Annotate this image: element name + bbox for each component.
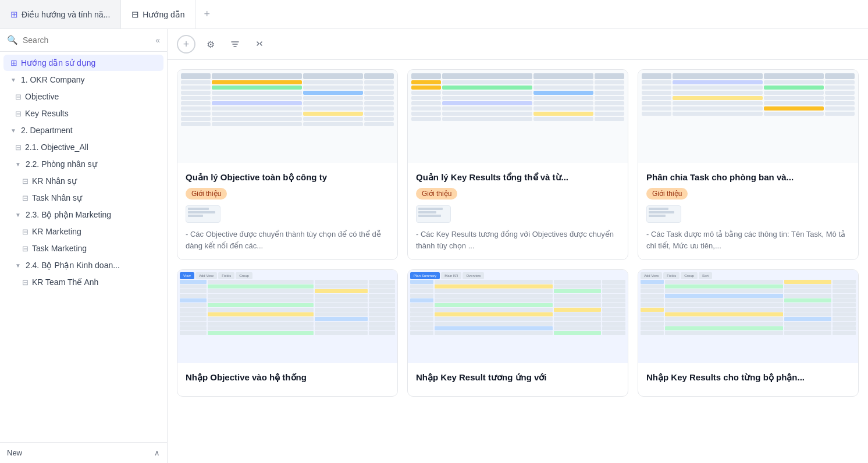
sidebar-item-kr-team-the-anh[interactable]: ⊟ KR Team Thế Anh <box>3 274 163 290</box>
expand-icon[interactable]: ∧ <box>154 448 160 457</box>
card-title-3: Phân chia Task cho phòng ban và... <box>646 171 850 183</box>
card-nhap-kr-bo-phan[interactable]: Add View Fields Group Sort <box>638 269 859 397</box>
sidebar-item-label: Objective <box>25 92 59 101</box>
sidebar-search-container: 🔍 « <box>0 29 167 52</box>
caret-down-icon: ▼ <box>15 262 21 269</box>
card-title-6: Nhập Key Results cho từng bộ phận... <box>646 371 850 383</box>
sidebar-item-label: 1. OKR Company <box>21 75 85 84</box>
sidebar-item-task-nhan-su[interactable]: ⊟ Task Nhân sự <box>3 190 163 206</box>
card-mini-preview-3 <box>646 205 681 223</box>
toolbar: + ⚙ <box>168 29 868 60</box>
card-body-1: Quản lý Objective toàn bộ công ty Giới t… <box>177 163 397 259</box>
search-input[interactable] <box>23 35 151 45</box>
filter-icon <box>230 40 240 49</box>
ss-tab: Fields <box>218 272 234 279</box>
sidebar-item-label: 2. Department <box>21 126 73 135</box>
screenshot-4: View Add View Fields Group <box>177 270 397 363</box>
table-icon: ⊟ <box>131 9 139 20</box>
card-desc-3: - Các Task được mô tả bằng các thông tin… <box>646 229 850 251</box>
sidebar-item-task-marketing[interactable]: ⊟ Task Marketing <box>3 240 163 257</box>
card-badge-3: Giới thiệu <box>646 188 688 200</box>
sidebar-item-label: Task Marketing <box>32 244 87 253</box>
table-icon: ⊟ <box>22 177 29 186</box>
sidebar-item-okr-company[interactable]: ▼ 1. OKR Company <box>3 72 163 88</box>
table-icon: ⊟ <box>15 92 22 101</box>
card-title-4: Nhập Objective vào hệ thống <box>186 371 389 383</box>
sidebar-item-phong-nhan-su[interactable]: ▼ 2.2. Phòng nhân sự <box>3 156 163 172</box>
caret-down-icon: ▼ <box>15 161 21 168</box>
card-badge-1: Giới thiệu <box>186 188 227 200</box>
filter-button[interactable] <box>226 35 244 54</box>
sidebar-nav: ⊞ Hướng dẫn sử dụng ▼ 1. OKR Company ⊟ O… <box>0 52 167 442</box>
card-nhap-objective[interactable]: View Add View Fields Group <box>177 269 398 397</box>
table-icon: ⊟ <box>15 109 22 118</box>
sidebar-item-label: 2.2. Phòng nhân sự <box>26 159 97 169</box>
table-icon: ⊟ <box>22 227 29 236</box>
card-preview-5: Plan Summary Main KR Overview <box>408 270 628 363</box>
sidebar-item-key-results[interactable]: ⊟ Key Results <box>3 105 163 122</box>
sidebar-item-objective-all[interactable]: ⊟ 2.1. Objective_All <box>3 139 163 155</box>
content-area: + ⚙ <box>168 29 868 463</box>
card-body-3: Phân chia Task cho phòng ban và... Giới … <box>638 163 858 259</box>
top-bar: ⊞ Điều hướng và tính nă... ⊟ Hướng dẫn + <box>0 0 868 29</box>
card-title-2: Quản lý Key Results tổng thể và từ... <box>416 171 620 183</box>
new-label[interactable]: New <box>7 448 22 457</box>
sidebar-item-objective[interactable]: ⊟ Objective <box>3 88 163 105</box>
preview-table-1 <box>177 70 397 163</box>
card-preview-2 <box>408 70 628 163</box>
sidebar-item-label: Key Results <box>25 109 69 118</box>
card-key-results[interactable]: Quản lý Key Results tổng thể và từ... Gi… <box>407 69 628 260</box>
card-title-1: Quản lý Objective toàn bộ công ty <box>186 171 389 183</box>
sidebar-item-label: 2.4. Bộ Phận Kinh doan... <box>26 261 120 270</box>
card-gallery: Quản lý Objective toàn bộ công ty Giới t… <box>168 60 868 463</box>
caret-down-icon: ▼ <box>10 77 16 83</box>
sidebar-collapse-button[interactable]: « <box>155 35 160 45</box>
ss-tab: Add View <box>641 272 662 279</box>
tab-huong-dan-label: Hướng dẫn <box>143 10 184 19</box>
sidebar-item-label: Task Nhân sự <box>32 193 82 202</box>
card-preview-4: View Add View Fields Group <box>177 270 397 363</box>
tab-dieu-huong[interactable]: ⊞ Điều hướng và tính nă... <box>0 0 121 29</box>
card-preview-6: Add View Fields Group Sort <box>638 270 858 363</box>
sort-button[interactable] <box>250 35 269 54</box>
caret-down-icon: ▼ <box>15 212 21 218</box>
ss-tab: Fields <box>663 272 680 279</box>
card-mini-preview-2 <box>416 205 451 223</box>
sidebar-item-bo-phan-kinh-doan[interactable]: ▼ 2.4. Bộ Phận Kinh doan... <box>3 257 163 273</box>
sidebar-item-kr-nhan-su[interactable]: ⊟ KR Nhân sự <box>3 173 163 189</box>
ss-tab: Plan Summary <box>410 272 440 279</box>
ss-tab: Main KR <box>441 272 461 279</box>
sidebar-item-label: 2.1. Objective_All <box>25 143 88 152</box>
card-objective-cong-ty[interactable]: Quản lý Objective toàn bộ công ty Giới t… <box>177 69 398 260</box>
card-body-4: Nhập Objective vào hệ thống <box>177 363 397 396</box>
sidebar-item-department[interactable]: ▼ 2. Department <box>3 122 163 138</box>
card-body-6: Nhập Key Results cho từng bộ phận... <box>638 363 858 396</box>
search-icon: 🔍 <box>7 35 18 45</box>
grid-icon: ⊞ <box>10 9 18 20</box>
card-body-5: Nhập Key Result tương ứng với <box>408 363 628 396</box>
table-icon: ⊟ <box>15 143 22 152</box>
grid-icon: ⊞ <box>10 58 17 67</box>
screenshot-6: Add View Fields Group Sort <box>638 270 858 363</box>
settings-button[interactable]: ⚙ <box>201 35 220 54</box>
ss-tab: Sort <box>699 272 712 279</box>
ss-tab: View <box>180 272 194 279</box>
sidebar-item-bo-phan-marketing[interactable]: ▼ 2.3. Bộ phận Marketing <box>3 206 163 223</box>
ss-tab: Group <box>681 272 698 279</box>
sidebar-item-kr-marketing[interactable]: ⊟ KR Marketing <box>3 223 163 240</box>
main-layout: 🔍 « ⊞ Hướng dẫn sử dụng ▼ 1. OKR Company… <box>0 29 868 463</box>
card-task-phong-ban[interactable]: Phân chia Task cho phòng ban và... Giới … <box>638 69 859 260</box>
sidebar-item-huong-dan-su-dung[interactable]: ⊞ Hướng dẫn sử dụng <box>3 55 163 71</box>
card-body-2: Quản lý Key Results tổng thể và từ... Gi… <box>408 163 628 259</box>
table-icon: ⊟ <box>22 278 29 287</box>
sidebar-item-label: Hướng dẫn sử dụng <box>21 58 95 67</box>
table-icon: ⊟ <box>22 244 29 253</box>
tab-huong-dan[interactable]: ⊟ Hướng dẫn <box>121 0 195 29</box>
tab-add-button[interactable]: + <box>195 0 218 29</box>
sidebar-item-label: KR Nhân sự <box>32 176 77 186</box>
card-nhap-key-result[interactable]: Plan Summary Main KR Overview <box>407 269 628 397</box>
caret-down-icon: ▼ <box>10 127 16 134</box>
sidebar: 🔍 « ⊞ Hướng dẫn sử dụng ▼ 1. OKR Company… <box>0 29 168 463</box>
add-card-button[interactable]: + <box>177 35 195 54</box>
card-title-5: Nhập Key Result tương ứng với <box>416 371 620 383</box>
